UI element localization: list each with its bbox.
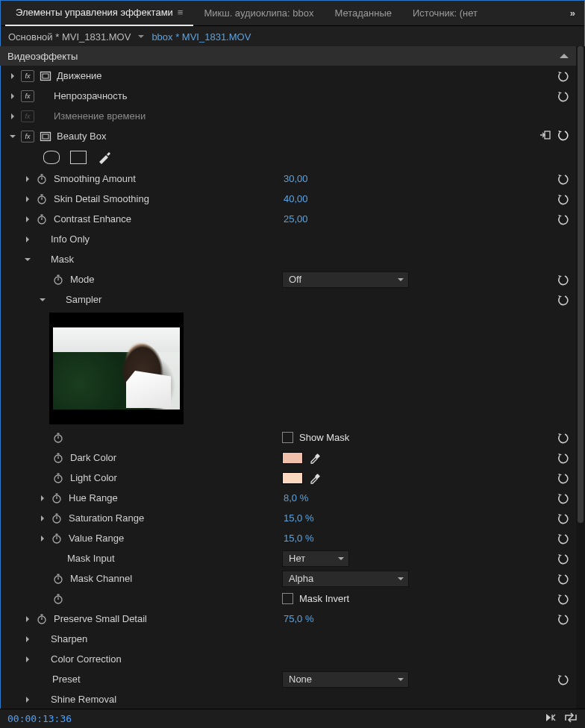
twisty-icon[interactable] bbox=[7, 73, 18, 79]
stopwatch-icon[interactable] bbox=[36, 213, 48, 225]
param-value-range[interactable]: Value Range 15,0 % bbox=[0, 528, 576, 548]
reset-icon[interactable] bbox=[557, 533, 569, 545]
twisty-icon[interactable] bbox=[22, 196, 33, 202]
dark-color-swatch[interactable] bbox=[282, 452, 303, 464]
fx-badge-icon[interactable]: fx bbox=[21, 90, 34, 102]
reset-icon[interactable] bbox=[557, 70, 569, 82]
effect-time-remap[interactable]: fx Изменение времени bbox=[0, 106, 576, 126]
stopwatch-icon[interactable] bbox=[52, 573, 64, 585]
twisty-icon[interactable] bbox=[7, 93, 18, 99]
stopwatch-icon[interactable] bbox=[36, 173, 48, 185]
param-smoothing-amount[interactable]: Smoothing Amount 30,00 bbox=[0, 169, 576, 189]
twisty-icon[interactable] bbox=[22, 697, 33, 703]
mode-dropdown[interactable]: Off bbox=[282, 272, 409, 288]
chevron-down-icon[interactable] bbox=[138, 35, 144, 41]
tab-audio-mixer[interactable]: Микш. аудиоклипа: bbox bbox=[193, 1, 324, 26]
param-preserve-small-detail[interactable]: Preserve Small Detail 75,0 % bbox=[0, 609, 576, 629]
tab-source[interactable]: Источник: (нет bbox=[402, 1, 488, 26]
reset-icon[interactable] bbox=[557, 472, 569, 484]
twisty-icon[interactable] bbox=[22, 236, 33, 242]
mask-input-dropdown[interactable]: Нет bbox=[282, 550, 349, 567]
param-contrast-enhance[interactable]: Contrast Enhance 25,00 bbox=[0, 209, 576, 229]
reset-icon[interactable] bbox=[557, 173, 569, 185]
vertical-scrollbar[interactable] bbox=[576, 46, 585, 709]
stopwatch-icon[interactable] bbox=[52, 472, 64, 484]
param-value[interactable]: 75,0 % bbox=[284, 613, 313, 624]
twisty-icon[interactable] bbox=[22, 656, 33, 662]
sampler-preview[interactable] bbox=[49, 313, 184, 424]
stopwatch-icon[interactable] bbox=[52, 452, 64, 464]
scrollbar-thumb[interactable] bbox=[578, 46, 584, 523]
param-light-color[interactable]: Light Color bbox=[0, 468, 576, 488]
param-value[interactable]: 25,00 bbox=[284, 213, 308, 225]
fx-badge-icon[interactable]: fx bbox=[21, 70, 34, 82]
twisty-icon[interactable] bbox=[7, 113, 18, 119]
loop-icon[interactable] bbox=[564, 712, 578, 725]
stopwatch-icon[interactable] bbox=[36, 193, 48, 205]
pen-mask-icon[interactable] bbox=[97, 151, 112, 164]
param-mask-invert[interactable]: Mask Invert bbox=[0, 589, 576, 609]
reset-icon[interactable] bbox=[557, 613, 569, 625]
effect-motion[interactable]: fx Движение bbox=[0, 66, 576, 86]
eyedropper-icon[interactable] bbox=[309, 472, 321, 484]
reset-icon[interactable] bbox=[557, 90, 569, 102]
rect-mask-icon[interactable] bbox=[70, 151, 87, 164]
mask-rect-icon[interactable] bbox=[39, 131, 52, 142]
reset-icon[interactable] bbox=[557, 213, 569, 225]
effect-opacity[interactable]: fx Непрозрачность bbox=[0, 86, 576, 106]
reset-icon[interactable] bbox=[557, 129, 569, 143]
video-effects-header[interactable]: Видеоэффекты bbox=[0, 46, 576, 66]
twisty-down-icon[interactable] bbox=[37, 297, 48, 303]
param-info-only[interactable]: Info Only bbox=[0, 229, 576, 249]
reset-icon[interactable] bbox=[557, 492, 569, 504]
stopwatch-icon[interactable] bbox=[51, 533, 63, 545]
mask-invert-checkbox[interactable]: Mask Invert bbox=[282, 593, 349, 604]
timecode-display[interactable]: 00:00:13:36 bbox=[7, 713, 72, 724]
twisty-icon[interactable] bbox=[37, 495, 48, 501]
param-mode[interactable]: Mode Off bbox=[0, 269, 576, 289]
collapse-icon[interactable] bbox=[560, 54, 569, 58]
reset-icon[interactable] bbox=[557, 452, 569, 464]
ellipse-mask-icon[interactable] bbox=[43, 151, 60, 164]
twisty-down-icon[interactable] bbox=[7, 134, 18, 139]
stopwatch-icon[interactable] bbox=[51, 492, 63, 504]
reset-icon[interactable] bbox=[557, 512, 569, 524]
group-sampler[interactable]: Sampler bbox=[0, 289, 576, 310]
twisty-icon[interactable] bbox=[22, 216, 33, 222]
param-mask-input[interactable]: Mask Input Нет bbox=[0, 548, 576, 568]
snap-icon[interactable] bbox=[539, 130, 551, 142]
reset-icon[interactable] bbox=[557, 294, 569, 306]
param-hue-range[interactable]: Hue Range 8,0 % bbox=[0, 488, 576, 508]
mask-rect-icon[interactable] bbox=[39, 70, 52, 82]
stopwatch-icon[interactable] bbox=[51, 512, 63, 524]
reset-icon[interactable] bbox=[557, 573, 569, 585]
effect-beauty-box[interactable]: fx Beauty Box bbox=[0, 126, 576, 146]
param-dark-color[interactable]: Dark Color bbox=[0, 448, 576, 468]
reset-icon[interactable] bbox=[557, 432, 569, 444]
reset-icon[interactable] bbox=[557, 193, 569, 205]
param-value[interactable]: 8,0 % bbox=[284, 492, 308, 503]
twisty-icon[interactable] bbox=[37, 515, 48, 521]
stopwatch-icon[interactable] bbox=[52, 593, 64, 605]
fx-badge-icon[interactable]: fx bbox=[21, 131, 34, 142]
param-value[interactable]: 40,00 bbox=[284, 193, 308, 204]
param-mask-channel[interactable]: Mask Channel Alpha bbox=[0, 568, 576, 589]
show-mask-checkbox[interactable]: Show Mask bbox=[282, 432, 349, 443]
twisty-down-icon[interactable] bbox=[22, 257, 33, 263]
tab-metadata[interactable]: Метаданные bbox=[324, 1, 402, 26]
play-only-icon[interactable] bbox=[545, 712, 557, 725]
reset-icon[interactable] bbox=[557, 553, 569, 565]
twisty-icon[interactable] bbox=[22, 176, 33, 182]
group-sharpen[interactable]: Sharpen bbox=[0, 629, 576, 649]
param-value[interactable]: 30,00 bbox=[284, 173, 308, 184]
twisty-icon[interactable] bbox=[22, 636, 33, 642]
param-preset[interactable]: Preset None bbox=[0, 669, 576, 689]
mask-channel-dropdown[interactable]: Alpha bbox=[282, 571, 409, 587]
preset-dropdown[interactable]: None bbox=[282, 671, 409, 688]
reset-icon[interactable] bbox=[557, 674, 569, 685]
light-color-swatch[interactable] bbox=[282, 472, 303, 484]
twisty-icon[interactable] bbox=[22, 616, 33, 622]
group-shine-removal[interactable]: Shine Removal bbox=[0, 689, 576, 709]
group-color-correction[interactable]: Color Correction bbox=[0, 649, 576, 669]
breadcrumb-master[interactable]: Основной * MVI_1831.MOV bbox=[8, 31, 131, 43]
